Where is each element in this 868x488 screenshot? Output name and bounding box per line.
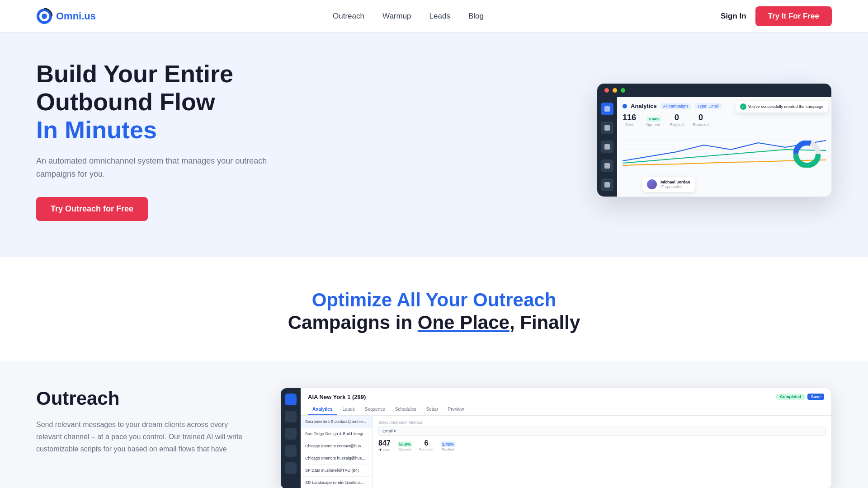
stat-replied: 0 Replied [670, 113, 684, 127]
chevron-down-icon: ▾ [394, 429, 396, 433]
omni-logo-icon [36, 8, 52, 24]
campaign-detail: Select Outreach Method Email ▾ 847 [373, 416, 831, 488]
tab-preview[interactable]: Preview [443, 404, 469, 415]
send-icon: ✈ [378, 447, 382, 452]
analytics-stats: 116 Sent 6.84% Opened 0 Replied [623, 113, 826, 127]
outreach-right: AIA New York 1 (289) Completed Save Anal… [280, 388, 832, 488]
dashboard-mockup: ✓ You've successfully created the campai… [597, 83, 832, 197]
campaign-list: Sacramento LS contact@archie... San Dieg… [301, 416, 373, 488]
tab-leads[interactable]: Leads [338, 404, 359, 415]
campaign-tabs[interactable]: Analytics Leads Sequence Schedules Setup… [301, 404, 831, 416]
hero-title: Build Your Entire Outbound Flow In Minut… [36, 60, 289, 144]
hero-left: Build Your Entire Outbound Flow In Minut… [36, 60, 289, 221]
hero-section: Build Your Entire Outbound Flow In Minut… [0, 33, 868, 257]
list-item[interactable]: SD Landscape render@sdlens... [301, 477, 373, 488]
campaign-main: AIA New York 1 (289) Completed Save Anal… [301, 388, 831, 488]
nav-links: Outreach Warmup Leads Blog [333, 12, 484, 21]
completed-badge: Completed [776, 394, 805, 400]
navbar: Omni.us Outreach Warmup Leads Blog Sign … [0, 0, 868, 33]
svg-point-2 [42, 14, 47, 19]
tab-setup[interactable]: Setup [421, 404, 442, 415]
hero-subtitle: An automated omnichannel system that man… [36, 155, 289, 181]
nav-item-outreach[interactable]: Outreach [333, 12, 364, 21]
outreach-left: Outreach Send relevant messages to your … [36, 388, 253, 455]
analytics-chart [623, 131, 826, 168]
campaign-badges: Completed Save [776, 394, 824, 400]
tab-schedules[interactable]: Schedules [391, 404, 421, 415]
mockup-content: ✓ You've successfully created the campai… [617, 97, 831, 197]
list-item[interactable]: SF D&B musharef@TRU (84) [301, 465, 373, 477]
stat-opened: 6.84% Opened [645, 113, 661, 127]
try-free-nav-button[interactable]: Try It For Free [755, 6, 832, 26]
window-dot-red [604, 88, 609, 93]
campaign-layout: AIA New York 1 (289) Completed Save Anal… [281, 388, 831, 488]
sidebar-nav-item [601, 141, 613, 153]
user-info: Michael Jordan IT specialist [660, 180, 690, 189]
camp-nav-dot [285, 428, 297, 440]
hero-cta-button[interactable]: Try Outreach for Free [36, 197, 148, 221]
camp-nav-dot [285, 394, 297, 405]
outreach-method-row: Select Outreach Method Email ▾ [378, 420, 826, 436]
campaign-stats-row: 847 ✈ Sent 55.8% [378, 439, 826, 452]
campaign-sidebar-nav [281, 388, 301, 488]
outreach-method-select[interactable]: Email ▾ [378, 427, 826, 436]
sidebar-nav-item [601, 178, 613, 191]
list-item[interactable]: Chicago Interiors contact@hus... [301, 440, 373, 452]
sidebar-nav-item [601, 122, 613, 134]
list-item[interactable]: Chicago Interiors hussaig@hus... [301, 452, 373, 465]
nav-right: Sign In Try It For Free [721, 6, 832, 26]
sidebar-nav-item [601, 103, 613, 115]
mockup-sidebar [597, 97, 617, 197]
optimize-section: Optimize All Your Outreach Campaigns in … [0, 257, 868, 361]
window-dot-green [621, 88, 625, 93]
outreach-title: Outreach [36, 388, 253, 409]
campaign-body: Sacramento LS contact@archie... San Dieg… [301, 416, 831, 488]
nav-item-blog[interactable]: Blog [468, 12, 484, 21]
sign-in-button[interactable]: Sign In [721, 12, 746, 21]
mockup-topbar [597, 84, 831, 97]
analytics-dot [623, 104, 627, 108]
outreach-description: Send relevant messages to your dream cli… [36, 418, 253, 455]
window-dot-yellow [613, 88, 617, 93]
camp-nav-dot [285, 411, 297, 422]
sidebar-nav-item [601, 160, 613, 172]
list-item[interactable]: Sacramento LS contact@archie... [301, 416, 373, 428]
user-avatar [647, 179, 657, 189]
nav-item-leads[interactable]: Leads [429, 12, 450, 21]
stat-bounced: 0 Bounced [693, 113, 709, 127]
user-card: Michael Jordan IT specialist [642, 177, 695, 192]
camp-stat-opened: 55.8% Opened [398, 439, 412, 452]
success-toast: ✓ You've successfully created the campai… [736, 101, 828, 113]
stat-sent: 116 Sent [623, 113, 636, 127]
list-item[interactable]: San Diego Design & Build #engi... [301, 428, 373, 440]
camp-nav-dot [285, 462, 297, 474]
camp-stat-sent: 847 ✈ Sent [378, 439, 391, 452]
mockup-body: ✓ You've successfully created the campai… [597, 97, 831, 197]
optimize-heading: Optimize All Your Outreach Campaigns in … [36, 289, 832, 334]
logo-text: Omni.us [56, 10, 96, 22]
outreach-section: Outreach Send relevant messages to your … [0, 361, 868, 488]
campaign-header-row: AIA New York 1 (289) Completed Save [301, 388, 831, 404]
tab-analytics[interactable]: Analytics [308, 404, 337, 415]
save-badge: Save [807, 394, 824, 400]
pie-chart [793, 141, 821, 168]
logo[interactable]: Omni.us [36, 8, 96, 24]
camp-nav-dot [285, 445, 297, 457]
check-icon: ✓ [740, 103, 746, 110]
tab-sequence[interactable]: Sequence [360, 404, 390, 415]
camp-stat-bounced: 6 Bounced [419, 439, 434, 452]
camp-stat-replied: 1.42% Replied [441, 439, 455, 452]
campaign-mockup: AIA New York 1 (289) Completed Save Anal… [280, 388, 832, 488]
hero-illustration: ✓ You've successfully created the campai… [597, 83, 832, 197]
nav-item-warmup[interactable]: Warmup [382, 12, 411, 21]
